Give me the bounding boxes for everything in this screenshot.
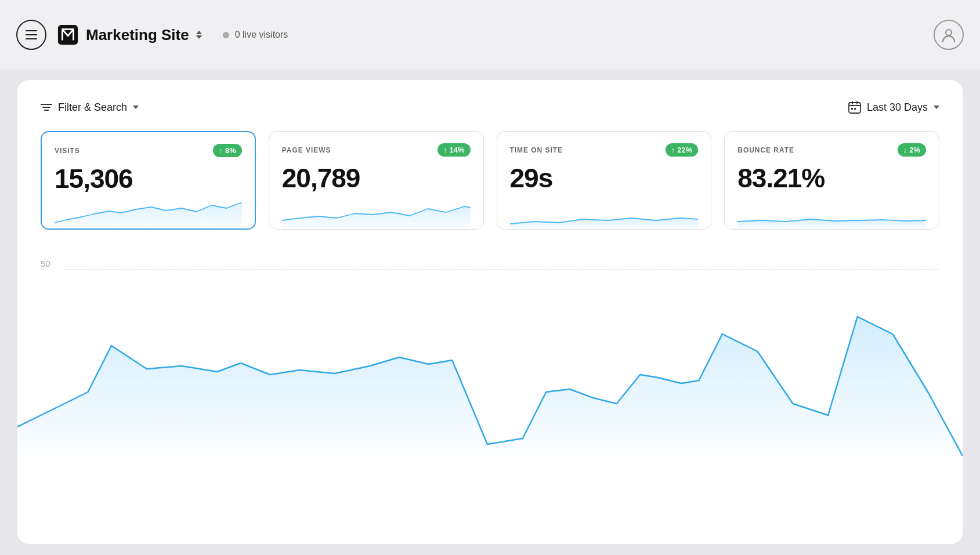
metric-badge-page_views: 14% xyxy=(437,143,471,157)
metric-label-time_on_site: TIME ON SITE xyxy=(510,146,563,154)
mini-chart-page_views xyxy=(282,196,471,230)
date-chevron-icon xyxy=(934,106,939,109)
main-chart xyxy=(17,276,963,456)
metric-card-page_views[interactable]: PAGE VIEWS 14% 20,789 xyxy=(269,131,484,230)
menu-button[interactable] xyxy=(16,20,46,50)
chart-y-label: 50 xyxy=(41,259,50,269)
user-avatar-button[interactable] xyxy=(934,20,964,50)
metric-header: BOUNCE RATE 2% xyxy=(737,143,926,157)
header: Marketing Site 0 live visitors xyxy=(0,0,980,70)
mini-chart-time_on_site xyxy=(510,196,699,230)
date-range-label: Last 30 Days xyxy=(867,101,928,114)
filter-icon xyxy=(41,104,52,111)
toolbar: Filter & Search Last 30 Days xyxy=(41,101,939,114)
site-logo-icon xyxy=(57,24,79,46)
mini-chart-bounce_rate xyxy=(737,196,926,230)
user-icon xyxy=(941,27,957,43)
metric-label-bounce_rate: BOUNCE RATE xyxy=(737,146,794,154)
svg-point-1 xyxy=(946,30,952,35)
main-card: Filter & Search Last 30 Days VISITS 8% 1… xyxy=(17,80,963,544)
metric-label-visits: VISITS xyxy=(55,147,80,155)
live-visitors-indicator: 0 live visitors xyxy=(223,30,288,40)
svg-rect-3 xyxy=(851,108,853,110)
chart-grid-line xyxy=(64,269,939,270)
metric-value-page_views: 20,789 xyxy=(282,165,471,191)
metric-badge-bounce_rate: 2% xyxy=(898,143,926,157)
metric-header: PAGE VIEWS 14% xyxy=(282,143,471,157)
metric-card-bounce_rate[interactable]: BOUNCE RATE 2% 83.21% xyxy=(724,131,939,230)
filter-chevron-icon xyxy=(133,106,139,109)
filter-search-label: Filter & Search xyxy=(58,101,127,114)
metric-label-page_views: PAGE VIEWS xyxy=(282,146,331,154)
date-range-button[interactable]: Last 30 Days xyxy=(848,101,939,114)
live-dot-icon xyxy=(223,32,229,38)
metric-cards-container: VISITS 8% 15,306 PAGE VIEWS 14% 20,789 xyxy=(41,131,939,230)
filter-search-button[interactable]: Filter & Search xyxy=(41,101,139,114)
site-title: Marketing Site xyxy=(86,26,202,44)
metric-value-visits: 15,306 xyxy=(55,165,242,192)
metric-value-bounce_rate: 83.21% xyxy=(737,165,926,191)
menu-icon xyxy=(26,30,37,39)
metric-card-time_on_site[interactable]: TIME ON SITE 22% 29s xyxy=(497,131,712,230)
mini-chart-visits xyxy=(55,197,242,230)
calendar-icon xyxy=(848,101,861,114)
metric-badge-time_on_site: 22% xyxy=(666,143,699,157)
metric-badge-visits: 8% xyxy=(213,144,241,157)
metric-header: TIME ON SITE 22% xyxy=(510,143,699,157)
metric-card-visits[interactable]: VISITS 8% 15,306 xyxy=(41,131,256,230)
main-chart-area: 50 xyxy=(17,259,963,456)
site-selector-icon[interactable] xyxy=(196,31,202,39)
svg-rect-4 xyxy=(854,108,856,110)
metric-value-time_on_site: 29s xyxy=(510,165,699,191)
metric-header: VISITS 8% xyxy=(55,144,242,157)
